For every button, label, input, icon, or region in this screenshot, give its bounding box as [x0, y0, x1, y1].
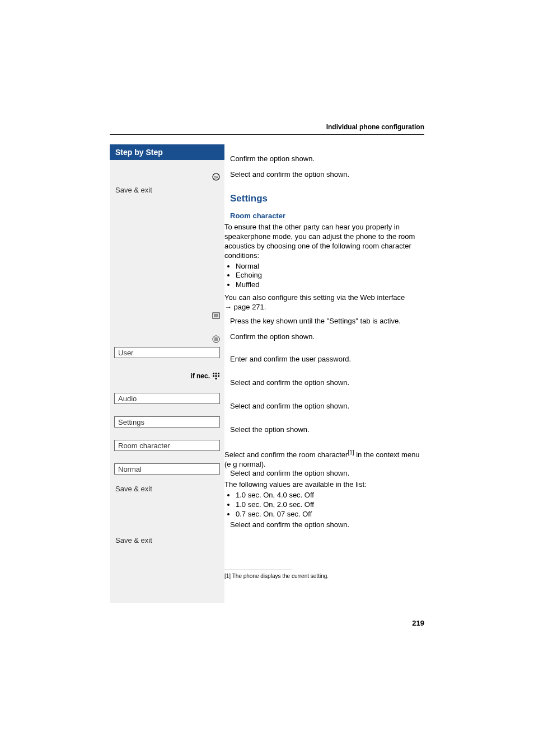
settings-heading: Settings — [230, 192, 268, 205]
text-select-confirm-audio: Select and confirm the option shown. — [230, 378, 349, 388]
if-nec-row: if nec. — [110, 369, 224, 383]
value-1: 1.0 sec. On, 4.0 sec. Off — [236, 491, 424, 500]
room-option-echoing: Echoing — [236, 271, 424, 280]
menu-room-character: Room character — [114, 440, 220, 451]
text-select-confirm-save-1: Select and confirm the option shown. — [230, 469, 349, 478]
footnote-ref: [1] — [348, 449, 354, 456]
keypad-icon — [212, 372, 220, 380]
room-character-heading: Room character — [230, 212, 285, 221]
value-2: 1.0 sec. On, 2.0 sec. Off — [236, 500, 424, 510]
values-list: 1.0 sec. On, 4.0 sec. Off 1.0 sec. On, 2… — [224, 491, 424, 519]
values-intro: The following values are available in th… — [224, 480, 424, 490]
svg-rect-11 — [216, 373, 217, 374]
page-number: 219 — [412, 619, 424, 627]
menu-save-exit-3: Save & exit — [114, 536, 220, 544]
svg-rect-15 — [218, 375, 219, 377]
svg-rect-13 — [213, 375, 214, 377]
menu-settings: Settings — [114, 416, 220, 428]
ok-icon: OK — [212, 173, 220, 181]
text-confirm-2: Confirm the option shown. — [230, 332, 315, 342]
step-sidebar: Step by Step OK Save & exit — [110, 144, 224, 603]
menu-user: User — [114, 347, 220, 358]
settings-key-icon — [212, 335, 220, 343]
web-icon — [212, 312, 220, 320]
text-select-confirm-settings: Select and confirm the option shown. — [230, 402, 349, 411]
svg-rect-16 — [216, 378, 217, 379]
step-by-step-header: Step by Step — [110, 144, 224, 160]
value-3: 0.7 sec. On, 07 sec. Off — [236, 510, 424, 519]
text-press-key: Press the key shown until the "Settings"… — [230, 317, 401, 326]
text-select-option: Select the option shown. — [230, 425, 310, 435]
room-option-muffled: Muffled — [236, 280, 424, 290]
web-interface-note: You can also configure this setting via … — [224, 293, 424, 312]
if-nec-label: if nec. — [190, 372, 210, 380]
menu-save-exit-2: Save & exit — [114, 485, 220, 493]
web-icon-row — [110, 309, 224, 322]
room-intro-text: To ensure that the other party can hear … — [224, 223, 424, 261]
text-select-confirm-save-2: Select and confirm the option shown. — [230, 520, 349, 530]
menu-audio: Audio — [114, 393, 220, 404]
header-rule — [110, 134, 424, 135]
svg-rect-12 — [218, 373, 219, 374]
room-option-normal: Normal — [236, 262, 424, 271]
svg-text:OK: OK — [214, 176, 219, 179]
footnote-rule — [224, 570, 292, 570]
room-options-list: Normal Echoing Muffled — [224, 262, 424, 290]
menu-normal: Normal — [114, 463, 220, 475]
svg-rect-14 — [216, 375, 217, 377]
svg-rect-10 — [213, 373, 214, 374]
text-enter-password: Enter and confirm the user password. — [230, 355, 351, 364]
footnote-text: [1] The phone displays the current setti… — [224, 572, 329, 580]
ok-icon-row: OK — [110, 170, 224, 184]
main-content: Confirm the option shown. Select and con… — [224, 144, 424, 603]
text-confirm-1: Confirm the option shown. — [230, 154, 315, 164]
text-select-room-character: Select and confirm the room character[1]… — [224, 449, 424, 469]
settings-key-row — [110, 332, 224, 346]
text-select-confirm-1: Select and confirm the option shown. — [230, 170, 349, 180]
menu-save-exit-1: Save & exit — [114, 186, 220, 194]
page-header-title: Individual phone configuration — [110, 123, 424, 134]
